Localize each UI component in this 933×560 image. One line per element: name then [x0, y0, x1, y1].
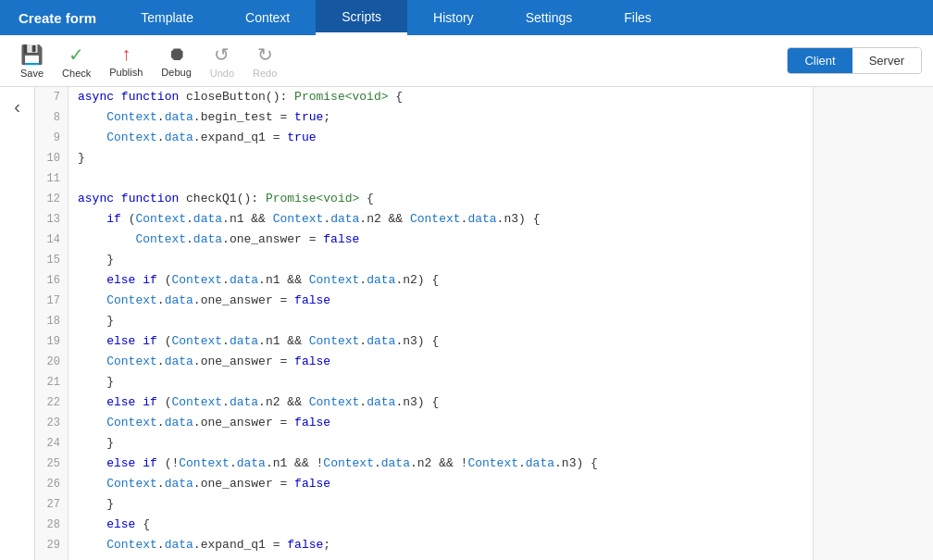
redo-label: Redo: [253, 68, 277, 79]
check-icon: ✓: [68, 44, 84, 66]
create-form-button[interactable]: Create form: [0, 0, 115, 35]
undo-icon: ↺: [214, 44, 230, 66]
client-server-toggle: Client Server: [787, 47, 922, 74]
publish-label: Publish: [109, 67, 143, 78]
save-icon: 💾: [20, 44, 44, 66]
client-button[interactable]: Client: [788, 48, 852, 73]
publish-icon: ↑: [121, 44, 131, 65]
tab-settings[interactable]: Settings: [500, 0, 599, 35]
chevron-left-icon: ‹: [14, 96, 20, 118]
undo-label: Undo: [210, 68, 234, 79]
save-label: Save: [20, 68, 44, 79]
server-button[interactable]: Server: [852, 48, 921, 73]
create-form-label: Create form: [19, 10, 96, 26]
undo-button[interactable]: ↺ Undo: [201, 40, 243, 82]
redo-button[interactable]: ↻ Redo: [243, 40, 286, 82]
line-numbers: 7891011121314151617181920212223242526272…: [35, 87, 68, 560]
collapse-sidebar-button[interactable]: ‹: [0, 87, 35, 560]
tab-scripts[interactable]: Scripts: [316, 0, 407, 35]
tab-files[interactable]: Files: [598, 0, 678, 35]
top-nav: Create form Template Context Scripts His…: [0, 0, 933, 35]
tab-history[interactable]: History: [407, 0, 500, 35]
check-label: Check: [62, 68, 91, 79]
main-layout: ‹ 78910111213141516171819202122232425262…: [0, 87, 933, 560]
save-button[interactable]: 💾 Save: [11, 40, 53, 82]
right-panel: [813, 87, 933, 560]
debug-icon: ⏺: [168, 44, 186, 65]
redo-icon: ↻: [257, 44, 273, 66]
publish-button[interactable]: ↑ Publish: [100, 40, 152, 81]
debug-button[interactable]: ⏺ Debug: [152, 40, 200, 81]
tab-template[interactable]: Template: [115, 0, 219, 35]
code-content[interactable]: async function closeButton(): Promise<vo…: [68, 87, 813, 560]
toolbar: 💾 Save ✓ Check ↑ Publish ⏺ Debug ↺ Undo …: [0, 35, 933, 87]
tab-context[interactable]: Context: [219, 0, 316, 35]
debug-label: Debug: [161, 67, 191, 78]
check-button[interactable]: ✓ Check: [53, 40, 100, 82]
code-editor[interactable]: 7891011121314151617181920212223242526272…: [35, 87, 813, 560]
